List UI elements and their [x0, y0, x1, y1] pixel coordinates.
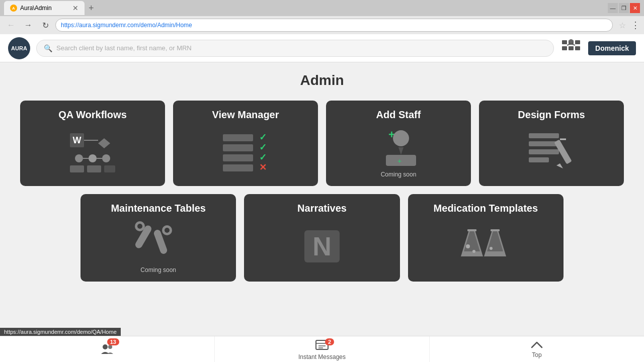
svg-point-52 — [472, 250, 475, 253]
svg-marker-30 — [398, 147, 404, 155]
view-manager-title: View Manager — [212, 109, 279, 121]
qa-workflows-title: QA Workflows — [58, 109, 127, 121]
maximize-button[interactable]: ❒ — [619, 3, 629, 13]
add-staff-title: Add Staff — [376, 109, 421, 121]
tab-title: Aura\Admin — [20, 5, 52, 12]
svg-rect-2 — [575, 40, 580, 44]
add-staff-coming-soon: Coming soon — [381, 171, 417, 178]
top-label: Top — [532, 351, 541, 358]
svg-rect-55 — [491, 229, 500, 231]
svg-rect-3 — [562, 46, 567, 50]
svg-marker-9 — [98, 138, 110, 148]
footer: 13 2 Instant Messages Top — [0, 336, 644, 362]
svg-point-53 — [490, 247, 493, 250]
search-placeholder: Search client by last name, first name, … — [56, 44, 192, 52]
svg-rect-19 — [223, 134, 253, 141]
app-header: AURA 🔍 Search client by last name, first… — [0, 34, 644, 62]
browser-menu-icon[interactable]: ⋮ — [631, 20, 640, 31]
main-content: Admin QA Workflows W — [0, 62, 644, 292]
top-icon — [530, 340, 544, 350]
svg-text:W: W — [73, 135, 82, 145]
users-badge: 13 — [107, 338, 119, 345]
status-bar: https://aura.sigmundemr.com/demo/QA/Home — [0, 328, 121, 336]
medication-templates-icon — [416, 219, 555, 274]
add-staff-icon: + + — [334, 126, 463, 169]
svg-rect-21 — [223, 144, 253, 151]
svg-text:✓: ✓ — [259, 132, 267, 142]
back-button[interactable]: ← — [4, 18, 18, 32]
svg-rect-34 — [529, 149, 559, 154]
footer-section-messages[interactable]: 2 Instant Messages — [215, 336, 430, 362]
svg-point-13 — [102, 154, 110, 162]
footer-section-users[interactable]: 13 — [0, 336, 215, 362]
svg-rect-5 — [575, 46, 580, 50]
narratives-title: Narratives — [297, 202, 347, 214]
messages-label: Instant Messages — [298, 353, 346, 360]
svg-rect-18 — [104, 165, 115, 172]
tab-close-button[interactable]: ✕ — [72, 4, 78, 12]
app-logo[interactable]: AURA — [8, 37, 30, 59]
user-button[interactable]: Domenick — [588, 41, 636, 55]
cards-row1: QA Workflows W — [20, 101, 624, 186]
maintenance-tables-icon — [89, 219, 228, 264]
svg-point-6 — [569, 39, 573, 43]
design-forms-card[interactable]: Design Forms — [479, 101, 624, 186]
svg-rect-35 — [529, 157, 549, 162]
minimize-button[interactable]: — — [608, 3, 618, 13]
design-forms-icon — [487, 126, 616, 178]
svg-marker-37 — [556, 163, 563, 168]
svg-point-41 — [137, 224, 142, 229]
maintenance-tables-title: Maintenance Tables — [111, 202, 206, 214]
narratives-card[interactable]: Narratives N — [244, 194, 399, 282]
maintenance-tables-coming-soon: Coming soon — [140, 266, 176, 274]
svg-point-51 — [466, 244, 470, 248]
cards-row2: Maintenance Tables Coming soon Narrative… — [80, 194, 564, 282]
svg-rect-16 — [70, 165, 84, 172]
svg-rect-0 — [562, 40, 567, 44]
svg-rect-17 — [87, 165, 101, 172]
search-bar[interactable]: 🔍 Search client by last name, first name… — [36, 40, 554, 57]
medication-templates-title: Medication Templates — [434, 202, 538, 214]
url-text: https://aura.sigmundemr.com/demo/Admin/H… — [61, 22, 192, 29]
svg-rect-4 — [569, 46, 574, 50]
add-staff-card[interactable]: Add Staff + + Coming soon — [326, 101, 471, 186]
forward-button[interactable]: → — [21, 18, 35, 32]
svg-point-12 — [89, 154, 97, 162]
refresh-button[interactable]: ↻ — [38, 18, 52, 32]
admin-users-icon[interactable] — [560, 38, 582, 58]
close-button[interactable]: ✕ — [630, 3, 640, 13]
svg-text:+: + — [397, 157, 401, 165]
qa-workflows-icon: W — [28, 126, 157, 178]
view-manager-icon: ✓ ✓ ✓ ✕ — [181, 126, 310, 178]
svg-point-44 — [165, 228, 170, 233]
svg-rect-25 — [223, 164, 253, 171]
search-icon: 🔍 — [44, 44, 52, 52]
browser-tab[interactable]: A Aura\Admin ✕ — [4, 1, 85, 15]
svg-point-56 — [103, 344, 108, 349]
svg-rect-23 — [223, 154, 253, 161]
address-bar[interactable]: https://aura.sigmundemr.com/demo/Admin/H… — [55, 19, 613, 32]
footer-section-top[interactable]: Top — [430, 336, 644, 362]
svg-rect-33 — [529, 141, 559, 146]
bookmark-icon[interactable]: ☆ — [619, 21, 626, 30]
maintenance-tables-card[interactable]: Maintenance Tables Coming soon — [80, 194, 236, 282]
tab-favicon: A — [10, 5, 17, 12]
svg-text:✓: ✓ — [259, 152, 267, 162]
svg-point-28 — [393, 130, 409, 146]
view-manager-card[interactable]: View Manager ✓ ✓ ✓ ✕ — [173, 101, 318, 186]
svg-point-11 — [75, 154, 83, 162]
narratives-icon: N — [252, 219, 391, 274]
qa-workflows-card[interactable]: QA Workflows W — [20, 101, 165, 186]
svg-text:✓: ✓ — [259, 142, 267, 152]
svg-text:N: N — [312, 232, 332, 261]
page-title: Admin — [20, 72, 624, 88]
messages-badge: 2 — [325, 338, 334, 345]
medication-templates-card[interactable]: Medication Templates — [408, 194, 564, 282]
status-url: https://aura.sigmundemr.com/demo/QA/Home — [4, 329, 117, 335]
new-tab-button[interactable]: + — [89, 3, 94, 14]
svg-text:✕: ✕ — [259, 162, 267, 172]
svg-rect-54 — [467, 229, 476, 231]
design-forms-title: Design Forms — [518, 109, 585, 121]
svg-rect-32 — [529, 133, 559, 138]
